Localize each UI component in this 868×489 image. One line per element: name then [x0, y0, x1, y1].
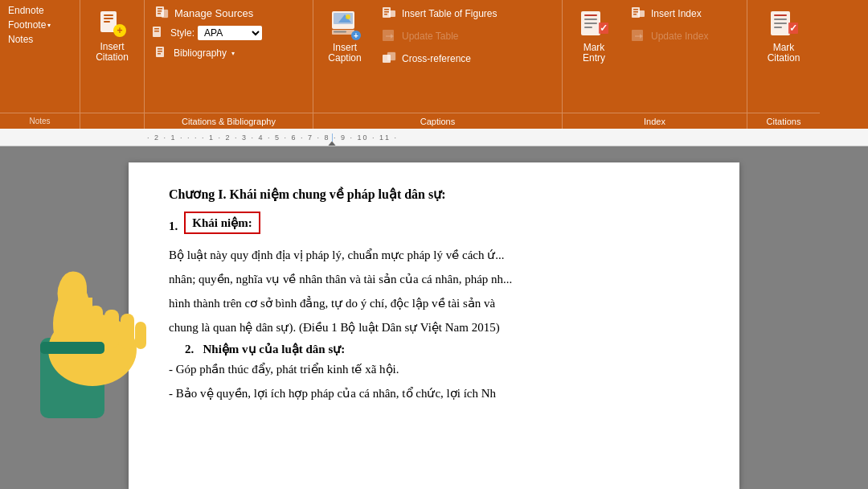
cross-reference-button[interactable]: Cross-reference: [376, 48, 555, 69]
svg-rect-12: [154, 28, 159, 30]
notes-button[interactable]: Notes: [5, 32, 36, 47]
svg-rect-61: [135, 322, 146, 349]
bibliography-icon: [154, 45, 170, 61]
footnote-label: Footnote: [8, 19, 46, 31]
svg-rect-50: [774, 14, 787, 16]
insert-citation-sublabel: Citation: [96, 52, 129, 63]
style-icon: [151, 25, 167, 41]
insert-citation-button[interactable]: + Insert Citation: [80, 2, 144, 63]
citations-end-label: Citations: [747, 113, 820, 129]
insert-tof-label: Insert Table of Figures: [402, 8, 497, 19]
thumbs-up-image: [0, 146, 185, 489]
mark-entry-button[interactable]: ✓ Mark Entry: [569, 3, 619, 111]
update-table-label: Update Table: [402, 31, 459, 42]
svg-text:+: +: [354, 31, 358, 40]
ribbon: Endnote Footnote ▾ Notes Notes +: [0, 0, 868, 129]
svg-rect-17: [158, 53, 161, 55]
svg-rect-51: [774, 18, 787, 20]
mark-citation-icon: ✓: [765, 6, 802, 43]
svg-point-21: [346, 14, 350, 19]
item-2: 2. Nhiệm vụ của luật dân sự:: [169, 342, 699, 356]
style-select[interactable]: APA: [198, 26, 262, 40]
svg-text:+: +: [117, 25, 122, 36]
svg-rect-15: [158, 48, 162, 50]
paragraph-4: chung là quan hệ dân sự). (Điều 1 Bộ luậ…: [169, 318, 699, 337]
svg-rect-30: [389, 10, 395, 17]
paragraph-5: - Góp phần thúc đẩy, phát triển kinh tế …: [169, 360, 699, 379]
svg-rect-60: [121, 314, 134, 349]
insert-index-icon: [630, 6, 646, 22]
insert-citation-icon: +: [94, 5, 131, 42]
bibliography-button[interactable]: Bibliography ▾: [151, 43, 306, 63]
endnote-button[interactable]: Endnote: [5, 3, 47, 18]
citations-bibliography-section-text: Citations & Bibliography: [182, 117, 276, 126]
svg-rect-46: [638, 10, 645, 17]
svg-rect-3: [104, 21, 110, 23]
svg-rect-13: [154, 31, 159, 32]
mark-entry-sublabel: Entry: [583, 53, 605, 64]
item-1-text: Khái niệm:: [192, 216, 252, 229]
mark-citation-sublabel: Citation: [768, 53, 800, 64]
document-page: Chương I. Khái niệm chung về pháp luật d…: [129, 162, 739, 489]
paragraph-6: - Bảo vệ quyền, lợi ích hợp pháp của cá …: [169, 384, 699, 403]
svg-rect-62: [40, 342, 104, 354]
svg-rect-23: [334, 31, 346, 33]
svg-rect-43: [633, 9, 638, 10]
svg-rect-27: [384, 9, 389, 10]
update-table-icon: [381, 28, 397, 44]
ruler: · 2 · 1 · · · · 1 · 2 · 3 · 4 · 5 · 6 · …: [0, 129, 868, 146]
svg-rect-44: [633, 11, 638, 13]
ruler-content: · 2 · 1 · · · · 1 · 2 · 3 · 4 · 5 · 6 · …: [147, 134, 868, 142]
bibliography-label: Bibliography: [174, 47, 227, 59]
svg-rect-36: [584, 14, 597, 16]
index-section-text: Index: [644, 117, 665, 126]
footnote-dropdown-icon[interactable]: ▾: [47, 22, 51, 29]
paragraph-3: hình thành trên cơ sở bình đẳng, tự do ý…: [169, 294, 699, 313]
svg-rect-37: [584, 18, 597, 20]
svg-rect-34: [387, 52, 395, 60]
document-area: Chương I. Khái niệm chung về pháp luật d…: [0, 146, 868, 489]
document-title: Chương I. Khái niệm chung về pháp luật d…: [169, 187, 699, 202]
svg-rect-1: [104, 14, 113, 16]
index-section-label: Index: [563, 113, 747, 129]
manage-sources-label: Manage Sources: [174, 7, 253, 19]
insert-caption-button[interactable]: + Insert Caption: [320, 3, 370, 111]
svg-rect-16: [158, 51, 162, 52]
endnote-section: Endnote Footnote ▾ Notes Notes: [0, 0, 80, 129]
svg-rect-39: [584, 27, 592, 28]
svg-text:✓: ✓: [789, 23, 797, 34]
manage-sources-icon: [154, 5, 170, 21]
svg-rect-10: [162, 10, 168, 18]
svg-rect-29: [384, 14, 387, 15]
style-row: Style: APA: [151, 25, 306, 41]
insert-index-button[interactable]: Insert Index: [625, 3, 740, 24]
update-table-button[interactable]: Update Table: [376, 26, 555, 47]
insert-table-of-figures-button[interactable]: Insert Table of Figures: [376, 3, 555, 24]
index-right-group: Insert Index Update Index: [625, 3, 740, 111]
svg-rect-7: [158, 8, 162, 10]
bibliography-dropdown[interactable]: ▾: [231, 50, 235, 57]
svg-rect-38: [584, 23, 597, 24]
footnote-button[interactable]: Footnote ▾: [5, 18, 54, 32]
svg-rect-9: [158, 13, 161, 14]
insert-index-label: Insert Index: [651, 8, 702, 19]
svg-rect-2: [104, 18, 113, 19]
update-index-button[interactable]: Update Index: [625, 26, 740, 47]
captions-section-text: Captions: [420, 117, 455, 126]
cross-reference-label: Cross-reference: [402, 53, 471, 64]
cross-reference-icon: [381, 51, 397, 67]
insert-caption-sublabel: Caption: [328, 53, 361, 64]
citations-end-text: Citations: [767, 117, 801, 126]
endnote-section-label: Notes: [0, 113, 80, 129]
insert-tof-icon: [381, 6, 397, 22]
mark-entry-icon: ✓: [575, 6, 612, 43]
svg-rect-45: [633, 14, 637, 15]
update-index-icon: [630, 28, 646, 44]
paragraph-2: nhân; quyền, nghĩa vụ về nhân thân và tà…: [169, 269, 699, 289]
svg-rect-52: [774, 23, 787, 24]
svg-rect-28: [384, 11, 389, 13]
manage-sources-button[interactable]: Manage Sources: [151, 3, 306, 23]
mark-citation-button[interactable]: ✓ Mark Citation: [754, 3, 813, 66]
captions-section-label: Captions: [313, 113, 562, 129]
style-label: Style:: [170, 27, 194, 39]
